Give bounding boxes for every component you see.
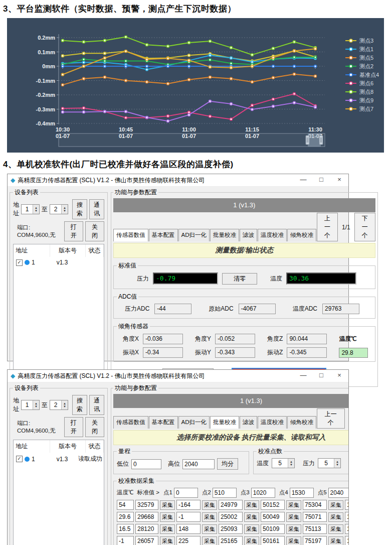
device-checkbox[interactable]: ✓ bbox=[16, 456, 23, 462]
tab-2[interactable]: AD归一化 bbox=[178, 229, 210, 241]
collect-button[interactable]: 采集 bbox=[244, 500, 259, 510]
calib-value-field[interactable]: 50049 bbox=[261, 512, 285, 522]
addr-from-spinner[interactable]: 1▲▼ bbox=[21, 204, 40, 214]
spinner-arrows-icon[interactable]: ▲▼ bbox=[61, 400, 68, 410]
tab-6[interactable]: 倾角校准 bbox=[287, 416, 316, 429]
calib-value-field[interactable]: 100158 bbox=[345, 536, 349, 545]
calib-value-field[interactable]: 25165 bbox=[219, 536, 243, 545]
legend-item[interactable]: 测点2 bbox=[345, 64, 379, 69]
calib-temp-adc-field[interactable]: 28120 bbox=[135, 524, 158, 534]
device-row[interactable]: ✓ 1 v1.3 bbox=[14, 257, 104, 268]
collect-button[interactable]: 采集 bbox=[160, 524, 175, 534]
zero-button[interactable]: 清零 bbox=[222, 273, 257, 285]
device-row[interactable]: ✓ 1 v1.3 读取成功 bbox=[14, 453, 104, 465]
tab-5[interactable]: 温度校准 bbox=[258, 229, 287, 241]
calib-value-field[interactable]: 100052 bbox=[345, 512, 349, 522]
calib-value-field[interactable]: 50152 bbox=[261, 500, 285, 510]
collect-button[interactable]: 采集 bbox=[160, 536, 175, 545]
collect-button[interactable]: 采集 bbox=[244, 512, 259, 522]
legend-item[interactable]: 测点6 bbox=[345, 81, 379, 86]
collect-button[interactable]: 采集 bbox=[286, 524, 301, 534]
close-button[interactable]: × bbox=[330, 174, 348, 186]
calib-value-field[interactable]: 75113 bbox=[303, 524, 327, 534]
collect-button[interactable]: 采集 bbox=[202, 536, 217, 545]
calib-value-field[interactable]: 25093 bbox=[219, 524, 243, 534]
point-value-field[interactable]: 0 bbox=[174, 488, 198, 498]
addr-to-spinner[interactable]: 2▲▼ bbox=[50, 400, 68, 410]
calib-value-field[interactable]: 25002 bbox=[219, 512, 243, 522]
legend-item[interactable]: 基准点4 bbox=[345, 72, 379, 77]
calib-value-field[interactable]: 225 bbox=[176, 536, 201, 545]
prev-device-button[interactable]: 上一个 bbox=[317, 213, 338, 241]
comm-button[interactable]: 通讯 bbox=[89, 395, 104, 415]
device-checkbox[interactable]: ✓ bbox=[16, 259, 23, 266]
legend-item[interactable]: 测点5 bbox=[345, 55, 379, 60]
legend-item[interactable]: 测点8 bbox=[345, 89, 379, 94]
low-field[interactable]: 0 bbox=[131, 459, 161, 469]
tab-3[interactable]: 批量校准 bbox=[210, 229, 239, 241]
calib-value-field[interactable]: 50161 bbox=[261, 536, 285, 545]
spinner-arrows-icon[interactable]: ▲▼ bbox=[33, 400, 39, 410]
collect-button[interactable]: 采集 bbox=[160, 512, 175, 522]
split-evenly-button[interactable]: 均分 bbox=[217, 458, 238, 470]
collect-button[interactable]: 采集 bbox=[286, 536, 301, 545]
calib-temp-adc-field[interactable]: 29668 bbox=[135, 512, 158, 522]
calib-temp-field[interactable]: 54 bbox=[117, 500, 134, 510]
maximize-button[interactable]: □ bbox=[312, 370, 330, 382]
temp-points-spinner[interactable]: 5▲▼ bbox=[272, 458, 295, 468]
calib-value-field[interactable]: 75071 bbox=[303, 512, 327, 522]
minimize-button[interactable]: — bbox=[294, 174, 312, 186]
close-port-button[interactable]: 关闭 bbox=[85, 221, 104, 241]
legend-item[interactable]: 测点1 bbox=[345, 47, 379, 52]
pressure-points-spinner[interactable]: 5▲▼ bbox=[318, 458, 341, 468]
legend-item[interactable]: 测点7 bbox=[345, 106, 379, 111]
collect-button[interactable]: 采集 bbox=[244, 536, 259, 545]
calib-temp-adc-field[interactable]: 26057 bbox=[135, 536, 158, 545]
collect-button[interactable]: 采集 bbox=[286, 500, 301, 510]
collect-button[interactable]: 采集 bbox=[160, 500, 175, 510]
collect-button[interactable]: 采集 bbox=[286, 512, 301, 522]
close-port-button[interactable]: 关闭 bbox=[85, 417, 104, 437]
tab-3[interactable]: 批量校准 bbox=[210, 416, 239, 429]
next-device-button[interactable]: 下一个 bbox=[354, 213, 375, 241]
calib-value-field[interactable]: 75304 bbox=[303, 500, 327, 510]
point-value-field[interactable]: 2040 bbox=[328, 488, 349, 498]
collect-button[interactable]: 采集 bbox=[328, 500, 343, 510]
calib-value-field[interactable]: 100356 bbox=[345, 500, 349, 510]
tab-0[interactable]: 传感器数值 bbox=[113, 229, 148, 241]
open-button[interactable]: 打开 bbox=[64, 417, 83, 437]
calib-temp-adc-field[interactable]: 32579 bbox=[135, 500, 158, 510]
open-button[interactable]: 打开 bbox=[64, 221, 83, 241]
point-value-field[interactable]: 1020 bbox=[251, 488, 275, 498]
point-value-field[interactable]: 510 bbox=[213, 488, 237, 498]
maximize-button[interactable]: □ bbox=[312, 174, 330, 186]
calib-value-field[interactable]: 75197 bbox=[303, 536, 327, 545]
search-button[interactable]: 搜索 bbox=[72, 199, 87, 219]
collect-button[interactable]: 采集 bbox=[202, 500, 217, 510]
legend-item[interactable]: 测点3 bbox=[345, 38, 379, 43]
high-field[interactable]: 2040 bbox=[182, 459, 215, 469]
calib-temp-field[interactable]: 16.5 bbox=[117, 524, 134, 534]
calib-value-field[interactable]: 100066 bbox=[345, 524, 349, 534]
prev-device-button[interactable]: 上一个 bbox=[317, 408, 345, 429]
calib-value-field[interactable]: 50109 bbox=[261, 524, 285, 534]
search-button[interactable]: 搜索 bbox=[72, 395, 87, 415]
addr-to-spinner[interactable]: 2▲▼ bbox=[50, 204, 68, 214]
tab-2[interactable]: AD归一化 bbox=[178, 416, 210, 429]
tab-6[interactable]: 倾角校准 bbox=[287, 229, 316, 241]
calib-temp-field[interactable]: -1 bbox=[117, 536, 134, 545]
minimize-button[interactable]: — bbox=[294, 370, 312, 382]
collect-button[interactable]: 采集 bbox=[202, 524, 217, 534]
collect-button[interactable]: 采集 bbox=[328, 524, 343, 534]
calib-temp-field[interactable]: 29.6 bbox=[117, 512, 134, 522]
comm-button[interactable]: 通讯 bbox=[89, 199, 104, 219]
calib-value-field[interactable]: -1 bbox=[176, 512, 201, 522]
tab-5[interactable]: 温度校准 bbox=[258, 416, 287, 429]
legend-item[interactable]: 测点9 bbox=[345, 98, 379, 103]
tab-4[interactable]: 滤波 bbox=[240, 416, 257, 429]
spinner-arrows-icon[interactable]: ▲▼ bbox=[288, 459, 294, 468]
calib-value-field[interactable]: 24979 bbox=[219, 500, 243, 510]
collect-button[interactable]: 采集 bbox=[328, 536, 343, 545]
spinner-arrows-icon[interactable]: ▲▼ bbox=[334, 459, 340, 468]
tab-1[interactable]: 基本配置 bbox=[149, 229, 178, 241]
